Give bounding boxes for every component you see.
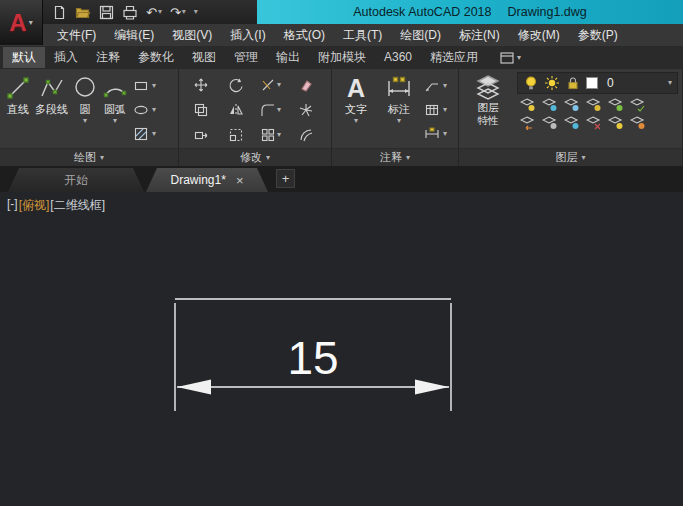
layer-select-dropdown[interactable]: 0 ▾ bbox=[517, 72, 678, 94]
offset-button[interactable] bbox=[298, 127, 314, 143]
leader-dropdown-icon[interactable]: ▾ bbox=[443, 82, 447, 90]
ribbon-tab-manage[interactable]: 管理 bbox=[225, 47, 267, 68]
layer-walk-icon[interactable] bbox=[542, 115, 557, 130]
hatch-button[interactable]: ▾ bbox=[133, 126, 156, 142]
file-tab-start[interactable]: 开始 bbox=[8, 168, 144, 192]
dimension-style-dropdown-icon[interactable]: ▾ bbox=[443, 130, 447, 138]
app-menu-button[interactable]: A ▾ bbox=[0, 0, 43, 45]
layer-copy-objects-icon[interactable] bbox=[608, 115, 623, 130]
open-file-button[interactable] bbox=[73, 4, 93, 21]
menu-dimension[interactable]: 标注(N) bbox=[450, 24, 509, 46]
erase-button[interactable] bbox=[298, 77, 314, 93]
layer-dropdown-icon[interactable]: ▾ bbox=[668, 79, 672, 87]
trim-button[interactable]: ▾ bbox=[260, 77, 281, 93]
ribbon-tab-addins[interactable]: 附加模块 bbox=[309, 47, 375, 68]
text-dropdown-icon[interactable]: ▾ bbox=[354, 117, 358, 125]
undo-dropdown-icon[interactable]: ▾ bbox=[158, 8, 162, 16]
ribbon-tab-output[interactable]: 输出 bbox=[267, 47, 309, 68]
layer-isolate-icon[interactable] bbox=[542, 97, 557, 112]
fillet-dropdown-icon[interactable]: ▾ bbox=[277, 106, 281, 114]
layer-match-icon[interactable] bbox=[608, 97, 623, 112]
layer-on-bulb-icon[interactable] bbox=[523, 75, 539, 91]
layer-properties-button[interactable]: 图层 特性 bbox=[463, 72, 513, 148]
ribbon-tab-home[interactable]: 默认 bbox=[3, 47, 45, 68]
menu-tools[interactable]: 工具(T) bbox=[334, 24, 391, 46]
copy-button[interactable] bbox=[193, 102, 209, 118]
layer-delete-icon[interactable] bbox=[586, 115, 601, 130]
new-tab-button[interactable]: + bbox=[276, 169, 295, 188]
arc-button[interactable]: 圆弧 ▾ bbox=[100, 72, 130, 148]
layer-make-current-icon[interactable] bbox=[630, 97, 645, 112]
layer-controls: 0 ▾ bbox=[517, 72, 678, 148]
menu-edit[interactable]: 编辑(E) bbox=[105, 24, 163, 46]
table-dropdown-icon[interactable]: ▾ bbox=[443, 106, 447, 114]
layers-panel-label[interactable]: 图层 ▾ bbox=[459, 148, 682, 166]
ribbon-tab-view[interactable]: 视图 bbox=[183, 47, 225, 68]
ribbon-tab-featured-apps[interactable]: 精选应用 bbox=[421, 47, 487, 68]
qat-customize-button[interactable]: ▾ bbox=[192, 7, 200, 17]
dimension-button[interactable]: 标注 ▾ bbox=[377, 72, 421, 148]
stretch-button[interactable] bbox=[193, 127, 209, 143]
close-tab-icon[interactable]: × bbox=[236, 174, 244, 187]
move-button[interactable] bbox=[193, 77, 209, 93]
fillet-button[interactable]: ▾ bbox=[260, 102, 281, 118]
layer-properties-label-line2: 特性 bbox=[478, 115, 499, 126]
menu-draw[interactable]: 绘图(D) bbox=[391, 24, 450, 46]
hatch-dropdown-icon[interactable]: ▾ bbox=[152, 130, 156, 138]
circle-button[interactable]: 圆 ▾ bbox=[70, 72, 100, 148]
layer-lock-icon[interactable] bbox=[586, 97, 601, 112]
rectangle-button[interactable]: ▾ bbox=[133, 78, 156, 94]
trim-dropdown-icon[interactable]: ▾ bbox=[277, 81, 281, 89]
redo-button[interactable]: ↷ ▾ bbox=[168, 5, 188, 20]
layer-color-swatch[interactable] bbox=[586, 77, 598, 89]
rotate-button[interactable] bbox=[228, 77, 244, 93]
polyline-button[interactable]: 多段线 bbox=[33, 72, 70, 148]
scale-button[interactable] bbox=[228, 127, 244, 143]
layer-unlock-icon[interactable] bbox=[565, 75, 581, 91]
drawing-canvas[interactable]: [-] [俯视] [二维线框] 15 bbox=[0, 192, 683, 506]
menu-parametric[interactable]: 参数(P) bbox=[569, 24, 627, 46]
ellipse-dropdown-icon[interactable]: ▾ bbox=[152, 106, 156, 114]
array-dropdown-icon[interactable]: ▾ bbox=[277, 131, 281, 139]
menu-file[interactable]: 文件(F) bbox=[48, 24, 105, 46]
save-button[interactable] bbox=[97, 4, 116, 21]
text-button[interactable]: A 文字 ▾ bbox=[335, 72, 377, 148]
array-button[interactable]: ▾ bbox=[260, 127, 281, 143]
redo-dropdown-icon[interactable]: ▾ bbox=[182, 8, 186, 16]
new-file-button[interactable] bbox=[50, 4, 69, 21]
layer-freeze-icon[interactable] bbox=[564, 97, 579, 112]
layer-settings-icon[interactable] bbox=[630, 115, 645, 130]
file-tab-drawing1[interactable]: Drawing1* × bbox=[146, 168, 268, 192]
rectangle-dropdown-icon[interactable]: ▾ bbox=[152, 82, 156, 90]
layer-previous-icon[interactable] bbox=[520, 115, 535, 130]
table-button[interactable]: ▾ bbox=[424, 102, 447, 118]
layer-thaw-sun-icon[interactable] bbox=[544, 75, 560, 91]
menu-insert[interactable]: 插入(I) bbox=[221, 24, 274, 46]
mirror-icon bbox=[228, 102, 244, 118]
line-button[interactable]: 直线 bbox=[3, 72, 33, 148]
ribbon-tab-parametric[interactable]: 参数化 bbox=[129, 47, 183, 68]
explode-button[interactable] bbox=[298, 102, 314, 118]
ribbon-tab-a360[interactable]: A360 bbox=[375, 47, 421, 68]
window-title-area: Autodesk AutoCAD 2018 Drawing1.dwg bbox=[257, 0, 683, 24]
undo-button[interactable]: ↶ ▾ bbox=[144, 5, 164, 20]
leader-button[interactable]: ▾ bbox=[424, 78, 447, 94]
ribbon-tab-annotate[interactable]: 注释 bbox=[87, 47, 129, 68]
ribbon-display-toggle[interactable]: ▾ bbox=[495, 47, 526, 68]
layer-off-icon[interactable] bbox=[520, 97, 535, 112]
dimension-style-button[interactable]: ▾ bbox=[424, 126, 447, 142]
ellipse-button[interactable]: ▾ bbox=[133, 102, 156, 118]
plot-button[interactable] bbox=[120, 4, 140, 21]
ribbon-tab-insert[interactable]: 插入 bbox=[45, 47, 87, 68]
menu-modify[interactable]: 修改(M) bbox=[509, 24, 569, 46]
mirror-button[interactable] bbox=[228, 102, 244, 118]
draw-panel-label[interactable]: 绘图 ▾ bbox=[0, 148, 178, 166]
circle-dropdown-icon[interactable]: ▾ bbox=[83, 117, 87, 125]
layer-merge-icon[interactable] bbox=[564, 115, 579, 130]
modify-panel-label[interactable]: 修改 ▾ bbox=[179, 148, 331, 166]
arc-dropdown-icon[interactable]: ▾ bbox=[113, 117, 117, 125]
menu-view[interactable]: 视图(V) bbox=[163, 24, 221, 46]
annotation-panel-label[interactable]: 注释 ▾ bbox=[332, 148, 458, 166]
menu-format[interactable]: 格式(O) bbox=[275, 24, 334, 46]
dimension-dropdown-icon[interactable]: ▾ bbox=[397, 117, 401, 125]
